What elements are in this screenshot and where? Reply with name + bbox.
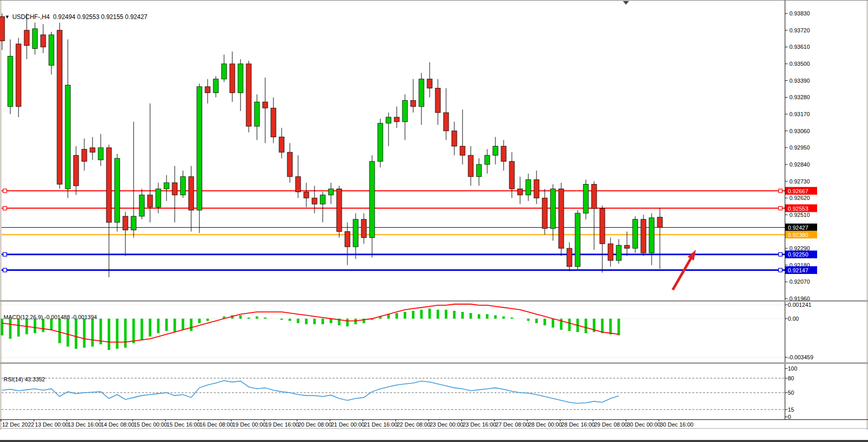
- svg-text:0.92667: 0.92667: [788, 188, 808, 194]
- svg-text:0.92427: 0.92427: [788, 225, 808, 231]
- svg-text:0.93060: 0.93060: [789, 128, 810, 134]
- svg-text:0.93170: 0.93170: [789, 111, 810, 117]
- svg-text:0.00: 0.00: [788, 316, 799, 322]
- svg-text:0.92147: 0.92147: [788, 267, 808, 273]
- macd-name: MACD(12,26,9): [4, 314, 43, 320]
- svg-text:100: 100: [788, 365, 797, 372]
- chart-background: [0, 0, 868, 430]
- rsi-indicator-label: RSI(14) 43.3352: [4, 376, 45, 382]
- svg-text:23 Dec 00:00: 23 Dec 00:00: [430, 421, 463, 428]
- svg-text:14 Dec 08:00: 14 Dec 08:00: [101, 421, 134, 428]
- svg-text:0.001241: 0.001241: [788, 302, 811, 308]
- line-handle: [3, 268, 7, 272]
- line-handle: [3, 252, 7, 256]
- chart-symbol-label: USDCHF-,H4: [12, 13, 50, 21]
- svg-text:80: 80: [788, 375, 794, 381]
- svg-text:21 Dec 16:00: 21 Dec 16:00: [364, 421, 397, 428]
- svg-text:0.92380: 0.92380: [788, 232, 808, 238]
- line-handle: [779, 252, 782, 256]
- svg-text:0.91960: 0.91960: [789, 296, 810, 302]
- svg-text:15: 15: [788, 407, 794, 413]
- price-chart[interactable]: 0.938300.937200.936100.935000.933900.932…: [0, 0, 868, 431]
- svg-text:0.92950: 0.92950: [789, 144, 810, 151]
- svg-text:16 Dec 08:00: 16 Dec 08:00: [199, 421, 233, 428]
- macd-indicator-label: MACD(12,26,9) -0.001488 -0.001394: [4, 314, 97, 320]
- svg-text:19 Dec 00:00: 19 Dec 00:00: [232, 421, 266, 428]
- line-handle: [3, 189, 7, 193]
- svg-text:0.92553: 0.92553: [788, 206, 808, 212]
- svg-text:19 Dec 16:00: 19 Dec 16:00: [265, 421, 299, 428]
- rsi-name: RSI(14): [4, 376, 23, 382]
- rsi-value: 43.3352: [25, 376, 45, 382]
- svg-text:20 Dec 08:00: 20 Dec 08:00: [298, 421, 331, 428]
- line-handle: [779, 207, 782, 210]
- line-handle: [779, 189, 782, 193]
- svg-text:30 Dec 16:00: 30 Dec 16:00: [660, 421, 693, 428]
- svg-text:28 Dec 16:00: 28 Dec 16:00: [561, 421, 595, 428]
- window-bottom-edge: [0, 440, 868, 442]
- svg-text:21 Dec 00:00: 21 Dec 00:00: [331, 421, 364, 428]
- svg-text:-0.003459: -0.003459: [788, 354, 814, 360]
- chart-collapse-icon[interactable]: ▼: [5, 14, 10, 20]
- chart-title: ▼USDCHF-,H4 0.92494 0.92553 0.92155 0.92…: [4, 13, 147, 21]
- svg-text:0.93500: 0.93500: [789, 61, 810, 67]
- svg-text:0.93390: 0.93390: [789, 78, 810, 84]
- svg-text:0.92840: 0.92840: [789, 161, 810, 168]
- svg-text:30 Dec 00:00: 30 Dec 00:00: [627, 421, 660, 428]
- svg-text:0.93280: 0.93280: [789, 94, 810, 100]
- svg-text:0.92730: 0.92730: [789, 178, 810, 185]
- svg-text:0.93720: 0.93720: [789, 27, 810, 33]
- svg-text:23 Dec 16:00: 23 Dec 16:00: [463, 421, 496, 428]
- svg-text:28 Dec 00:00: 28 Dec 00:00: [528, 421, 562, 428]
- svg-text:0: 0: [788, 414, 791, 420]
- line-handle: [779, 268, 782, 272]
- macd-signal-value: -0.001394: [71, 314, 97, 320]
- svg-text:0.92070: 0.92070: [789, 279, 810, 285]
- pane-separator-macd[interactable]: [0, 300, 868, 302]
- svg-text:50: 50: [788, 390, 794, 396]
- svg-text:13 Dec 00:00: 13 Dec 00:00: [35, 421, 68, 428]
- svg-text:29 Dec 08:00: 29 Dec 08:00: [594, 421, 627, 428]
- pane-separator-rsi[interactable]: [0, 362, 868, 364]
- svg-text:22 Dec 08:00: 22 Dec 08:00: [397, 421, 430, 428]
- svg-text:15 Dec 00:00: 15 Dec 00:00: [134, 421, 167, 428]
- svg-text:0.92290: 0.92290: [789, 245, 810, 251]
- line-handle: [3, 207, 7, 210]
- svg-text:0.93830: 0.93830: [789, 10, 810, 16]
- svg-text:12 Dec 2022: 12 Dec 2022: [2, 421, 34, 428]
- svg-text:0.92250: 0.92250: [788, 251, 808, 257]
- chart-ohlc-values: 0.92494 0.92553 0.92155 0.92427: [53, 13, 147, 21]
- svg-text:0.93610: 0.93610: [789, 44, 810, 50]
- svg-text:0.92620: 0.92620: [789, 195, 810, 201]
- svg-text:0.92510: 0.92510: [789, 212, 810, 218]
- svg-text:15 Dec 16:00: 15 Dec 16:00: [167, 421, 200, 428]
- svg-text:27 Dec 08:00: 27 Dec 08:00: [495, 421, 529, 428]
- macd-main-value: -0.001488: [44, 314, 70, 320]
- svg-text:13 Dec 16:00: 13 Dec 16:00: [68, 421, 101, 428]
